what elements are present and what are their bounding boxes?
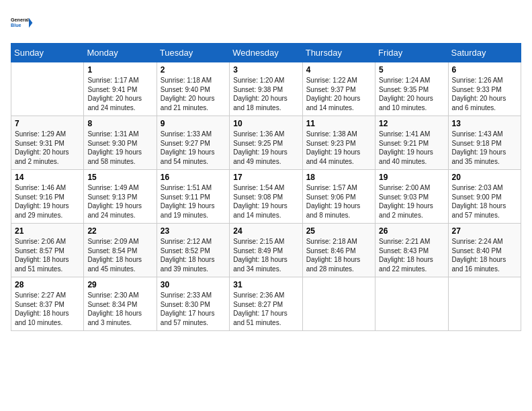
calendar-cell: 30Sunrise: 2:33 AMSunset: 8:30 PMDayligh… — [157, 277, 229, 331]
day-info: Sunrise: 1:24 AMSunset: 9:35 PMDaylight:… — [379, 76, 444, 112]
svg-marker-2 — [29, 18, 32, 28]
day-number: 7 — [15, 119, 80, 128]
header-row: SundayMondayTuesdayWednesdayThursdayFrid… — [11, 44, 521, 62]
day-number: 3 — [233, 65, 298, 75]
day-info: Sunrise: 1:51 AMSunset: 9:11 PMDaylight:… — [161, 183, 226, 220]
calendar-cell: 19Sunrise: 2:00 AMSunset: 9:03 PMDayligh… — [375, 170, 448, 224]
calendar-cell — [448, 277, 521, 331]
calendar-cell: 9Sunrise: 1:33 AMSunset: 9:27 PMDaylight… — [157, 116, 229, 170]
calendar-cell: 2Sunrise: 1:18 AMSunset: 9:40 PMDaylight… — [157, 62, 229, 116]
svg-text:Blue: Blue — [11, 22, 21, 28]
calendar-cell: 24Sunrise: 2:15 AMSunset: 8:49 PMDayligh… — [230, 224, 302, 277]
day-info: Sunrise: 2:06 AMSunset: 8:57 PMDaylight:… — [15, 237, 80, 273]
day-info: Sunrise: 1:57 AMSunset: 9:06 PMDaylight:… — [306, 183, 371, 220]
day-number: 8 — [87, 119, 152, 128]
logo: GeneralBlue — [11, 11, 35, 35]
day-number: 30 — [161, 280, 226, 289]
day-number: 13 — [452, 119, 517, 128]
day-info: Sunrise: 1:33 AMSunset: 9:27 PMDaylight:… — [161, 130, 226, 166]
calendar-cell: 4Sunrise: 1:22 AMSunset: 9:37 PMDaylight… — [302, 62, 375, 116]
calendar-cell: 31Sunrise: 2:36 AMSunset: 8:27 PMDayligh… — [230, 277, 302, 331]
day-number: 20 — [452, 173, 517, 182]
day-info: Sunrise: 1:20 AMSunset: 9:38 PMDaylight:… — [233, 76, 298, 112]
day-number: 21 — [15, 226, 80, 236]
calendar-cell: 11Sunrise: 1:38 AMSunset: 9:23 PMDayligh… — [302, 116, 375, 170]
header-day-tuesday: Tuesday — [157, 44, 229, 62]
day-number: 23 — [161, 226, 226, 236]
svg-text:General: General — [11, 17, 29, 23]
week-row-4: 21Sunrise: 2:06 AMSunset: 8:57 PMDayligh… — [11, 224, 521, 277]
day-info: Sunrise: 2:03 AMSunset: 9:00 PMDaylight:… — [452, 183, 517, 220]
day-info: Sunrise: 1:17 AMSunset: 9:41 PMDaylight:… — [87, 76, 152, 112]
day-number: 26 — [379, 226, 444, 236]
logo-icon: GeneralBlue — [11, 11, 35, 35]
calendar-cell: 23Sunrise: 2:12 AMSunset: 8:52 PMDayligh… — [157, 224, 229, 277]
day-info: Sunrise: 2:15 AMSunset: 8:49 PMDaylight:… — [233, 237, 298, 273]
calendar-cell: 21Sunrise: 2:06 AMSunset: 8:57 PMDayligh… — [11, 224, 84, 277]
day-info: Sunrise: 1:22 AMSunset: 9:37 PMDaylight:… — [306, 76, 371, 112]
day-number: 4 — [306, 65, 371, 75]
day-number: 29 — [87, 280, 152, 289]
day-number: 12 — [379, 119, 444, 128]
calendar-cell: 8Sunrise: 1:31 AMSunset: 9:30 PMDaylight… — [84, 116, 157, 170]
week-row-5: 28Sunrise: 2:27 AMSunset: 8:37 PMDayligh… — [11, 277, 521, 331]
calendar-cell: 10Sunrise: 1:36 AMSunset: 9:25 PMDayligh… — [230, 116, 302, 170]
day-info: Sunrise: 1:18 AMSunset: 9:40 PMDaylight:… — [161, 76, 226, 112]
calendar-cell: 25Sunrise: 2:18 AMSunset: 8:46 PMDayligh… — [302, 224, 375, 277]
calendar-cell: 6Sunrise: 1:26 AMSunset: 9:33 PMDaylight… — [448, 62, 521, 116]
calendar-cell: 16Sunrise: 1:51 AMSunset: 9:11 PMDayligh… — [157, 170, 229, 224]
day-number: 18 — [306, 173, 371, 182]
day-number: 16 — [161, 173, 226, 182]
calendar-cell: 1Sunrise: 1:17 AMSunset: 9:41 PMDaylight… — [84, 62, 157, 116]
day-number: 1 — [87, 65, 152, 75]
day-number: 31 — [233, 280, 298, 289]
day-info: Sunrise: 2:24 AMSunset: 8:40 PMDaylight:… — [452, 237, 517, 273]
day-info: Sunrise: 1:49 AMSunset: 9:13 PMDaylight:… — [87, 183, 152, 220]
day-number: 10 — [233, 119, 298, 128]
header-day-wednesday: Wednesday — [230, 44, 302, 62]
day-info: Sunrise: 1:54 AMSunset: 9:08 PMDaylight:… — [233, 183, 298, 220]
day-info: Sunrise: 2:30 AMSunset: 8:34 PMDaylight:… — [87, 291, 152, 327]
day-number: 9 — [161, 119, 226, 128]
day-number: 2 — [161, 65, 226, 75]
day-number: 17 — [233, 173, 298, 182]
calendar-cell — [375, 277, 448, 331]
week-row-2: 7Sunrise: 1:29 AMSunset: 9:31 PMDaylight… — [11, 116, 521, 170]
header-day-monday: Monday — [84, 44, 157, 62]
day-number: 25 — [306, 226, 371, 236]
day-info: Sunrise: 1:41 AMSunset: 9:21 PMDaylight:… — [379, 130, 444, 166]
header-day-friday: Friday — [375, 44, 448, 62]
day-number: 5 — [379, 65, 444, 75]
header-day-thursday: Thursday — [302, 44, 375, 62]
day-info: Sunrise: 2:36 AMSunset: 8:27 PMDaylight:… — [233, 291, 298, 327]
header-day-sunday: Sunday — [11, 44, 84, 62]
day-info: Sunrise: 1:36 AMSunset: 9:25 PMDaylight:… — [233, 130, 298, 166]
day-info: Sunrise: 2:12 AMSunset: 8:52 PMDaylight:… — [161, 237, 226, 273]
day-number: 11 — [306, 119, 371, 128]
calendar-cell: 15Sunrise: 1:49 AMSunset: 9:13 PMDayligh… — [84, 170, 157, 224]
calendar-header: SundayMondayTuesdayWednesdayThursdayFrid… — [11, 44, 521, 62]
day-info: Sunrise: 2:21 AMSunset: 8:43 PMDaylight:… — [379, 237, 444, 273]
week-row-1: 1Sunrise: 1:17 AMSunset: 9:41 PMDaylight… — [11, 62, 521, 116]
calendar-cell: 28Sunrise: 2:27 AMSunset: 8:37 PMDayligh… — [11, 277, 84, 331]
day-info: Sunrise: 1:38 AMSunset: 9:23 PMDaylight:… — [306, 130, 371, 166]
day-number: 15 — [87, 173, 152, 182]
calendar-body: 1Sunrise: 1:17 AMSunset: 9:41 PMDaylight… — [11, 62, 521, 331]
day-info: Sunrise: 1:46 AMSunset: 9:16 PMDaylight:… — [15, 183, 80, 220]
calendar-cell — [302, 277, 375, 331]
day-info: Sunrise: 1:29 AMSunset: 9:31 PMDaylight:… — [15, 130, 80, 166]
calendar-cell: 18Sunrise: 1:57 AMSunset: 9:06 PMDayligh… — [302, 170, 375, 224]
calendar-table: SundayMondayTuesdayWednesdayThursdayFrid… — [11, 43, 521, 331]
day-number: 6 — [452, 65, 517, 75]
calendar-cell: 29Sunrise: 2:30 AMSunset: 8:34 PMDayligh… — [84, 277, 157, 331]
day-number: 22 — [87, 226, 152, 236]
day-number: 28 — [15, 280, 80, 289]
calendar-cell: 14Sunrise: 1:46 AMSunset: 9:16 PMDayligh… — [11, 170, 84, 224]
calendar-cell: 12Sunrise: 1:41 AMSunset: 9:21 PMDayligh… — [375, 116, 448, 170]
calendar-cell: 26Sunrise: 2:21 AMSunset: 8:43 PMDayligh… — [375, 224, 448, 277]
calendar-cell: 3Sunrise: 1:20 AMSunset: 9:38 PMDaylight… — [230, 62, 302, 116]
day-number: 14 — [15, 173, 80, 182]
day-info: Sunrise: 1:43 AMSunset: 9:18 PMDaylight:… — [452, 130, 517, 166]
day-number: 19 — [379, 173, 444, 182]
calendar-cell — [11, 62, 84, 116]
